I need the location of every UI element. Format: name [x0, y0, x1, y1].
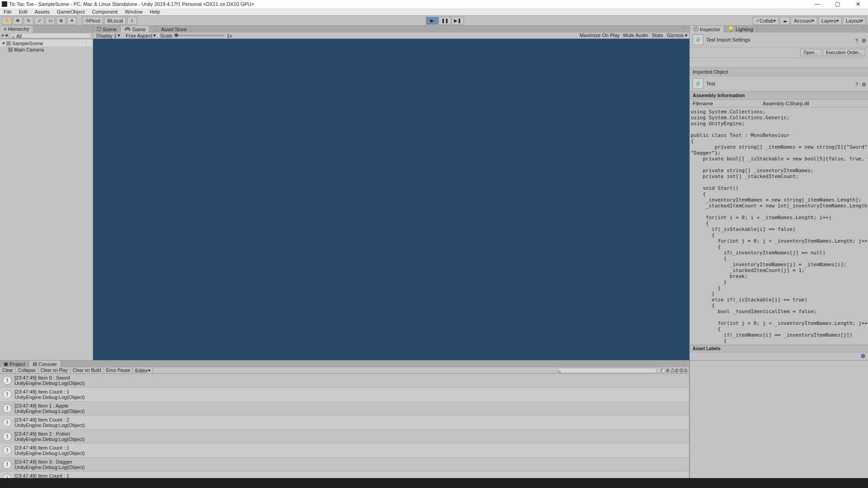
- tab-hierarchy[interactable]: ≡ Hierarchy: [0, 26, 33, 33]
- foldout-icon[interactable]: [2, 41, 6, 45]
- console-search-input[interactable]: ⌕: [557, 368, 657, 373]
- tab-inspector[interactable]: ⓘ Inspector: [690, 26, 724, 33]
- error-pause-toggle[interactable]: Error Pause: [104, 367, 133, 374]
- editor-dropdown[interactable]: Editor ▾: [133, 367, 153, 374]
- window-title: Tic Tac Toe - SampleScene - PC, Mac & Li…: [9, 1, 254, 7]
- tab-lighting[interactable]: 💡 Lighting: [724, 26, 757, 33]
- asset-footer: [690, 352, 868, 360]
- menu-file[interactable]: File: [0, 9, 15, 14]
- menu-window[interactable]: Window: [121, 9, 146, 14]
- transform-tool-button[interactable]: ⊕: [56, 17, 66, 25]
- display-dropdown[interactable]: Display 1 ▾: [95, 33, 122, 38]
- settings-icon[interactable]: ⚙: [862, 38, 865, 42]
- script-icon: #: [693, 34, 703, 45]
- label-icon[interactable]: [861, 354, 865, 358]
- inspector-title: Test Import Settings: [706, 37, 750, 42]
- scale-tool-button[interactable]: ⤢: [34, 17, 44, 25]
- warn-count-toggle[interactable]: ⚠0: [670, 368, 678, 373]
- hierarchy-menu-icon[interactable]: ⋮: [83, 26, 93, 32]
- log-text: [23:47:49] Item Count : 1UnityEngine.Deb…: [14, 389, 85, 400]
- log-entry[interactable]: ![23:47:49] Item Count : 1UnityEngine.De…: [0, 388, 689, 402]
- asset-labels-header[interactable]: Asset Labels: [690, 345, 868, 352]
- warning-icon: ⚠: [670, 368, 675, 373]
- layers-dropdown[interactable]: Layers ▾: [818, 17, 842, 25]
- rotate-tool-button[interactable]: ↻: [24, 17, 33, 25]
- log-text: [23:47:49] Item Count : 1UnityEngine.Deb…: [14, 445, 85, 456]
- log-entry[interactable]: ![23:47:49] Item 1 : AppleUnityEngine.De…: [0, 402, 689, 416]
- menubar: File Edit Assets GameObject Component Wi…: [0, 8, 868, 16]
- stats-toggle[interactable]: Stats: [652, 33, 663, 38]
- pause-button[interactable]: ❚❚: [439, 17, 451, 25]
- filename-value: Assembly-CSharp.dll: [763, 101, 809, 106]
- local-toggle[interactable]: ⊞ Local: [104, 17, 126, 25]
- console-menu-icon[interactable]: ⋮: [679, 361, 689, 367]
- log-info-icon: !: [3, 432, 12, 441]
- scale-slider[interactable]: [175, 35, 224, 36]
- game-view[interactable]: [93, 39, 689, 360]
- account-dropdown[interactable]: Account ▾: [791, 17, 817, 25]
- script-preview: using System.Collections; using System.C…: [690, 108, 868, 345]
- clear-button[interactable]: Clear: [0, 367, 16, 374]
- create-dropdown[interactable]: + ▾: [1, 33, 8, 38]
- hand-tool-button[interactable]: ✋: [2, 17, 12, 25]
- aspect-dropdown[interactable]: Free Aspect ▾: [124, 33, 157, 38]
- log-info-icon: !: [3, 390, 12, 399]
- window-titlebar: Tic Tac Toe - SampleScene - PC, Mac & Li…: [0, 0, 868, 8]
- clear-on-build-toggle[interactable]: Clear on Build: [71, 367, 104, 374]
- maximize-on-play-toggle[interactable]: Maximize On Play: [580, 33, 620, 38]
- help-icon[interactable]: ?: [855, 82, 859, 85]
- menu-component[interactable]: Component: [88, 9, 121, 14]
- collapse-toggle[interactable]: Collapse: [16, 367, 38, 374]
- menu-edit[interactable]: Edit: [15, 9, 31, 14]
- snap-button[interactable]: ⫴: [127, 17, 137, 25]
- help-icon[interactable]: ?: [855, 38, 859, 42]
- tab-console[interactable]: ▤ Console: [29, 361, 61, 367]
- rect-tool-button[interactable]: ▭: [45, 17, 55, 25]
- tab-project[interactable]: ▣ Project: [0, 361, 29, 367]
- info-count-toggle[interactable]: !8: [661, 368, 669, 373]
- maximize-button[interactable]: ▢: [827, 0, 848, 8]
- clear-on-play-toggle[interactable]: Clear on Play: [38, 367, 71, 374]
- execution-order-button[interactable]: Execution Order...: [823, 49, 865, 56]
- step-button[interactable]: ▶❚: [451, 17, 464, 25]
- inspector-menu-icon[interactable]: ⋮: [859, 26, 868, 33]
- gameobject-row[interactable]: Main Camera: [0, 47, 93, 53]
- log-entry[interactable]: ![23:47:49] Item Count : 1UnityEngine.De…: [0, 444, 689, 458]
- scene-row[interactable]: SampleScene ⋮: [0, 40, 93, 47]
- tab-scene[interactable]: ☐ Scene: [93, 26, 121, 33]
- console-panel: ▣ Project ▤ Console ⋮ Clear Collapse Cle…: [0, 361, 689, 478]
- close-button[interactable]: ✕: [848, 0, 868, 8]
- custom-tool-button[interactable]: ✦: [67, 17, 77, 25]
- scale-label: Scale: [160, 33, 173, 38]
- menu-help[interactable]: Help: [146, 9, 164, 14]
- mute-audio-toggle[interactable]: Mute Audio: [623, 33, 648, 38]
- log-entry[interactable]: ![23:47:49] Item 2 : PotionUnityEngine.D…: [0, 430, 689, 444]
- tab-game[interactable]: 🎮 Game: [121, 26, 150, 33]
- object-name: Test: [706, 81, 715, 86]
- menu-assets[interactable]: Assets: [31, 9, 53, 14]
- log-entry[interactable]: ![23:47:49] Item Count : 2UnityEngine.De…: [0, 416, 689, 430]
- cloud-button[interactable]: ☁: [780, 17, 790, 25]
- collab-button[interactable]: ✓ Collab ▾: [753, 17, 779, 25]
- layout-dropdown[interactable]: Layout ▾: [843, 17, 866, 25]
- open-button[interactable]: Open...: [800, 49, 821, 56]
- scene-menu-icon[interactable]: ⋮: [81, 40, 91, 46]
- error-count-toggle[interactable]: ⊘0: [679, 368, 687, 373]
- gizmos-dropdown[interactable]: Gizmos ▾: [667, 33, 688, 38]
- settings-icon[interactable]: ⚙: [862, 82, 865, 85]
- play-button[interactable]: ▶: [426, 17, 439, 25]
- log-entry[interactable]: ![23:47:49] Item Count : 1UnityEngine.De…: [0, 472, 689, 478]
- menu-gameobject[interactable]: GameObject: [53, 9, 89, 14]
- camera-icon: [8, 47, 13, 52]
- log-entry[interactable]: ![23:47:49] Item 3 : DaggerUnityEngine.D…: [0, 458, 689, 472]
- center-menu-icon[interactable]: ⋮: [680, 26, 689, 32]
- log-entry[interactable]: ![23:47:49] Item 0 : SwordUnityEngine.De…: [0, 374, 689, 388]
- hierarchy-search-input[interactable]: ⌕ All: [9, 33, 91, 38]
- minimize-button[interactable]: —: [807, 0, 827, 8]
- move-tool-button[interactable]: ✥: [13, 17, 23, 25]
- log-text: [23:47:49] Item Count : 1UnityEngine.Deb…: [14, 473, 85, 478]
- log-info-icon: !: [3, 446, 12, 455]
- tab-assetstore[interactable]: 🛒 Asset Store: [150, 26, 191, 33]
- pivot-toggle[interactable]: ⊙ Pivot: [82, 17, 103, 25]
- status-bar: [0, 478, 868, 488]
